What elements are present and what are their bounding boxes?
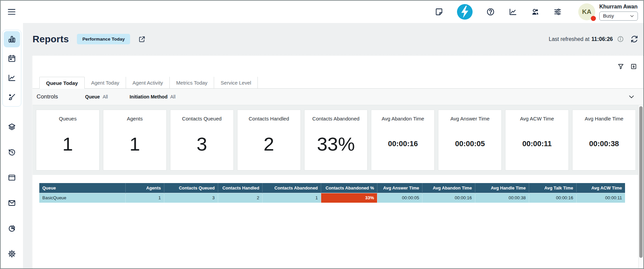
metric-card-title: Agents [127,116,143,121]
scrollbar-track[interactable] [638,105,643,268]
refresh-area: Last refreshed at 11:06:26 [549,35,639,43]
help-icon[interactable] [486,7,495,16]
metric-card-value: 00:00:16 [388,121,418,170]
cell-contacts-handled: 2 [218,193,262,203]
scrollbar-thumb[interactable] [639,106,643,258]
metric-card-title: Contacts Queued [182,116,222,121]
sliders-icon[interactable] [553,7,562,16]
tab-agent-activity[interactable]: Agent Activity [126,77,170,88]
sidebar-item-layers[interactable] [4,119,20,135]
filter-label: Initiation Method [129,94,167,99]
content-header: Reports Performance Today Last refreshed… [23,23,643,55]
metric-card-avg-acw-time: Avg ACW Time00:00:11 [505,110,569,171]
filter-funnel-icon[interactable] [617,63,624,70]
last-refreshed-label: Last refreshed at [549,36,589,42]
hamburger-menu-icon[interactable] [7,7,16,17]
controls-row: Controls QueueAllInitiation MethodAll [33,89,643,105]
cell-queue: BasicQueue [39,193,125,203]
column-header-avg-handle-time[interactable]: Avg Handle Time [475,183,529,193]
sidebar-item-gear[interactable] [4,246,20,262]
column-header-agents[interactable]: Agents [125,183,164,193]
table-row: BasicQueue132133%00:00:0500:00:1600:00:3… [39,193,625,203]
filter-label: Queue [85,94,100,99]
metric-card-value: 00:00:38 [589,121,619,170]
window-icon [7,173,16,182]
sidebar-item-history[interactable] [4,144,20,160]
column-header-avg-talk-time[interactable]: Avg Talk Time [529,183,576,193]
tab-agent-today[interactable]: Agent Today [85,77,126,88]
user-area: KA Khurram Awan Busy [578,3,638,21]
tab-service-level[interactable]: Service Level [214,77,258,88]
gear-icon [7,249,16,258]
column-header-contacts-queued[interactable]: Contacts Queued [164,183,218,193]
report-type-badge: Performance Today [77,34,130,44]
status-select[interactable]: Busy [599,12,638,21]
metric-card-value: 2 [264,121,274,170]
cell-avg-answer-time: 00:00:05 [377,193,422,203]
report-panel: Queue TodayAgent TodayAgent ActivityMetr… [32,55,643,268]
metric-card-value: 3 [196,121,207,170]
users-icon[interactable] [531,7,540,16]
column-header-avg-answer-time[interactable]: Avg Answer Time [377,183,422,193]
calendar-icon [7,54,16,63]
column-header-contacts-abandoned[interactable]: Contacts Abandoned % [321,183,377,193]
mail-icon [7,199,16,207]
column-header-avg-abandon-time[interactable]: Avg Abandon Time [422,183,475,193]
tab-queue-today[interactable]: Queue Today [39,77,85,89]
refresh-icon[interactable] [630,35,639,43]
metrics-icon[interactable] [508,7,517,16]
avatar[interactable]: KA [578,3,595,20]
metric-card-contacts-queued: Contacts Queued3 [170,110,234,171]
cell-agents: 1 [125,193,164,203]
sidebar-item-mail[interactable] [4,195,20,211]
chevron-down-icon [629,14,635,19]
panel-toolbar [33,56,643,77]
metric-card-value: 33% [317,121,355,170]
controls-title: Controls [37,93,58,100]
history-icon [7,148,16,157]
bar-chart-icon [7,35,16,44]
note-icon[interactable] [435,7,443,16]
sidebar-item-pie-chart[interactable] [4,220,20,237]
column-header-contacts-abandoned[interactable]: Contacts Abandoned [263,183,321,193]
metric-card-avg-answer-time: Avg Answer Time00:00:05 [438,110,502,171]
filters: QueueAllInitiation MethodAll [85,94,175,100]
metric-card-title: Avg Answer Time [450,116,490,121]
column-header-contacts-handled[interactable]: Contacts Handled [218,183,262,193]
column-header-avg-acw-time[interactable]: Avg ACW Time [576,183,625,193]
metric-cards-strip: Queues1Agents1Contacts Queued3Contacts H… [33,105,643,175]
sidebar-item-brush[interactable] [4,89,20,105]
metric-card-value: 00:00:11 [522,121,552,170]
cell-contacts-queued: 3 [164,193,218,203]
info-icon[interactable] [617,36,624,43]
metric-card-agents: Agents1 [103,110,167,171]
sidebar-item-window[interactable] [4,170,20,186]
content: Reports Performance Today Last refreshed… [23,23,643,268]
pie-chart-icon [7,224,16,233]
line-chart-icon [7,73,16,82]
sidebar-item-calendar[interactable] [4,50,20,67]
sidebar [1,23,23,268]
user-name: Khurram Awan [599,4,638,10]
table-header-row: QueueAgentsContacts QueuedContacts Handl… [39,183,625,193]
cell-contacts-abandoned: 33% [321,193,377,203]
lightning-icon[interactable] [457,4,473,20]
sidebar-item-line-chart[interactable] [4,70,20,86]
cell-avg-talk-time: 00:00:16 [529,193,576,203]
open-in-new-window-icon[interactable] [138,36,146,43]
collapse-chevron-icon[interactable] [628,93,635,100]
user-info: Khurram Awan Busy [599,3,638,21]
sidebar-nav-rest [4,119,20,262]
column-header-queue[interactable]: Queue [39,183,125,193]
tab-metrics-today[interactable]: Metrics Today [170,77,214,88]
download-icon[interactable] [630,63,637,70]
queue-metrics-table: QueueAgentsContacts QueuedContacts Handl… [39,183,625,203]
filter-queue[interactable]: QueueAll [85,94,108,100]
status-value: Busy [603,13,614,19]
metric-card-avg-abandon-time: Avg Abandon Time00:00:16 [371,110,435,171]
topbar: KA Khurram Awan Busy [1,1,643,23]
sidebar-nav-group [2,30,21,107]
status-dot [591,16,596,21]
filter-initiation-method[interactable]: Initiation MethodAll [129,94,175,100]
sidebar-item-bar-chart[interactable] [4,31,20,47]
